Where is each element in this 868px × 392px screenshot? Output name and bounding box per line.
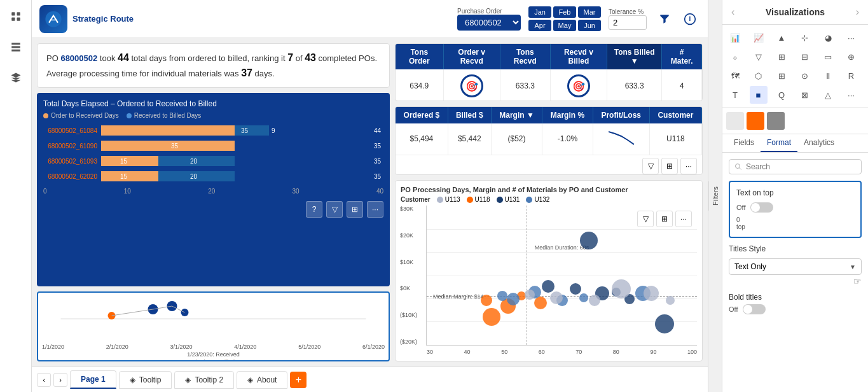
vis-icon-paginate[interactable]: ⊠ — [796, 86, 814, 104]
goal-icon-1: 🎯 — [460, 74, 483, 97]
table-filter-btn[interactable]: ▽ — [642, 158, 659, 174]
vis-icon-text[interactable]: T — [726, 86, 744, 104]
vis-icon-map[interactable]: 🗺 — [726, 67, 744, 85]
vis-icon-card[interactable]: ▭ — [819, 48, 837, 66]
text-on-top-toggle[interactable] — [750, 202, 773, 213]
bubble-1 — [481, 295, 492, 306]
swatch-darkgray[interactable] — [767, 112, 785, 130]
tab-tooltip2[interactable]: ◈ Tooltip 2 — [174, 371, 234, 389]
vis-icon-tree[interactable]: ⊞ — [773, 67, 790, 85]
legend-u131: U131 — [497, 196, 520, 203]
vis-icon-scatter[interactable]: ⊹ — [796, 29, 814, 46]
timeline-inner — [42, 297, 385, 341]
vis-icon-more2[interactable]: ⊕ — [843, 48, 860, 66]
bold-titles-section: Bold titles Off — [729, 293, 862, 314]
table-more-btn[interactable]: ··· — [680, 158, 697, 174]
bar-total-4: 35 — [374, 173, 381, 180]
date-jan[interactable]: Jan — [528, 6, 551, 18]
chart-help-btn[interactable]: ? — [306, 201, 322, 218]
vis-tabs: Fields Format Analytics — [722, 134, 868, 153]
sidebar-icon-table[interactable] — [4, 36, 27, 59]
vis-nav-left[interactable]: ‹ — [731, 6, 734, 18]
vis-icon-waterfall[interactable]: ⬦ — [726, 48, 744, 66]
toggle-position: top — [736, 223, 854, 230]
bubble-expand-btn[interactable]: ⊞ — [656, 211, 673, 227]
tab-tooltip-label: Tooltip — [139, 375, 162, 384]
sidebar-icon-layers[interactable] — [4, 66, 27, 89]
avg-days: 37 — [241, 67, 252, 78]
th-recvd-billed: Recvd v Billed — [550, 44, 607, 69]
tab-nav-right[interactable]: › — [53, 373, 67, 387]
date-apr[interactable]: Apr — [528, 20, 551, 31]
filters-tab[interactable]: Filters — [708, 0, 722, 392]
date-may[interactable]: May — [553, 20, 576, 31]
chart-expand-btn[interactable]: ⊞ — [347, 201, 363, 218]
legend-blue-dot — [127, 113, 132, 118]
vis-tab-analytics[interactable]: Analytics — [797, 134, 841, 152]
vis-tab-format[interactable]: Format — [761, 134, 797, 152]
filters-label[interactable]: Filters — [708, 181, 722, 211]
vis-icon-qa[interactable]: Q — [773, 86, 790, 104]
th-margin[interactable]: Margin ▼ — [491, 107, 542, 123]
td-customer: U118 — [649, 123, 701, 155]
vis-icon-area[interactable]: ▲ — [773, 29, 790, 46]
bubble-6 — [580, 232, 598, 249]
vis-icon-custom[interactable]: △ — [819, 86, 837, 104]
info-icon-btn[interactable]: i — [680, 9, 700, 29]
th-tons-billed[interactable]: Tons Billed ▼ — [607, 44, 662, 69]
vis-icon-matrix[interactable]: ⊟ — [796, 48, 814, 66]
vis-tab-fields[interactable]: Fields — [727, 134, 761, 152]
tab-tooltip[interactable]: ◈ Tooltip — [119, 371, 172, 389]
vis-icon-more3[interactable]: R — [843, 67, 860, 85]
vis-icon-table[interactable]: ⊞ — [773, 48, 790, 66]
vis-icon-kpi[interactable]: Ⅱ — [819, 67, 837, 85]
search-icon — [734, 163, 742, 171]
vis-icon-ellipsis[interactable]: ··· — [843, 86, 860, 104]
bubble-more-btn[interactable]: ··· — [675, 211, 692, 227]
tab-add-btn[interactable]: + — [290, 372, 307, 388]
po-dropdown[interactable]: 68000502 — [457, 15, 521, 31]
search-input[interactable] — [746, 162, 856, 171]
bar-label-4[interactable]: 68000502_62020 — [43, 173, 97, 180]
td-recvd-billed: 🎯 — [550, 69, 607, 101]
vis-header: ‹ Visualizations › — [722, 0, 868, 25]
date-feb[interactable]: Feb — [553, 6, 576, 18]
svg-line-19 — [740, 168, 741, 170]
titles-style-dropdown[interactable]: Text Only ▼ — [729, 258, 862, 275]
date-mar[interactable]: Mar — [578, 6, 601, 18]
vis-icon-format[interactable]: ■ — [750, 86, 768, 104]
tab-about-icon: ◈ — [247, 375, 253, 384]
vis-icon-bar[interactable]: 📊 — [726, 29, 744, 46]
vis-icon-fill[interactable]: ⬡ — [750, 67, 768, 85]
vis-icon-pie[interactable]: ◕ — [819, 29, 837, 46]
sidebar-icon-grid[interactable] — [4, 5, 27, 28]
vis-tab-fields-label: Fields — [734, 138, 754, 147]
chart-more-btn[interactable]: ··· — [367, 201, 383, 218]
bar-val-orange-2: 35 — [171, 143, 178, 150]
tab-page1[interactable]: Page 1 — [70, 370, 116, 389]
tab-about[interactable]: ◈ About — [237, 371, 287, 389]
tab-nav-left[interactable]: ‹ — [37, 373, 51, 387]
chart-filter-btn[interactable]: ▽ — [326, 201, 343, 218]
bubble-filter-btn[interactable]: ▽ — [637, 211, 654, 227]
tolerance-input[interactable] — [609, 15, 647, 30]
bar-label-2[interactable]: 68000502_61090 — [43, 143, 97, 150]
vis-icon-more1[interactable]: ··· — [843, 29, 860, 46]
vis-icon-funnel[interactable]: ▽ — [750, 48, 768, 66]
vis-icon-line[interactable]: 📈 — [750, 29, 768, 46]
swatch-orange[interactable] — [747, 112, 764, 130]
left-panel: PO 68000502 took 44 total days from orde… — [37, 43, 390, 361]
date-jun[interactable]: Jun — [578, 20, 601, 31]
bar-orange-2 — [101, 141, 235, 151]
filter-icon-btn[interactable] — [654, 9, 675, 29]
right-sidebar-wrapper: Filters ‹ Visualizations › 📊 📈 ▲ ⊹ ◕ ···… — [708, 0, 868, 392]
bar-label-1[interactable]: 68000502_61084 — [43, 127, 97, 134]
bold-titles-toggle[interactable] — [743, 304, 766, 314]
bar-label-3[interactable]: 68000502_61093 — [43, 158, 97, 165]
tab-tooltip2-label: Tooltip 2 — [195, 375, 223, 384]
vis-nav-right[interactable]: › — [856, 6, 859, 18]
table-expand-btn[interactable]: ⊞ — [661, 158, 678, 174]
swatch-gray[interactable] — [726, 112, 744, 130]
vis-icon-gauge[interactable]: ⊙ — [796, 67, 814, 85]
text-on-top-card: Text on top Off 0 top — [729, 181, 862, 238]
